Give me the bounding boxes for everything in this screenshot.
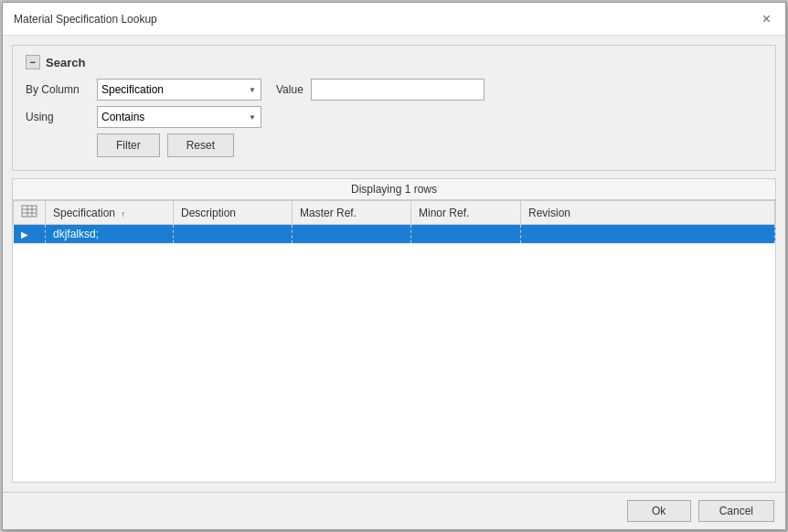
cell-master-ref bbox=[293, 225, 411, 244]
cell-description bbox=[174, 225, 293, 244]
dialog-title: Material Specification Lookup bbox=[14, 13, 157, 26]
table-header: Specification ↑ Description Master Ref. … bbox=[14, 201, 775, 225]
using-label: Using bbox=[26, 111, 90, 123]
results-info: Displaying 1 rows bbox=[13, 179, 775, 200]
by-column-select-wrapper: Specification Description Master Ref. Mi… bbox=[97, 79, 261, 101]
section-title: Search bbox=[46, 56, 85, 69]
row-arrow-cell: ▶ bbox=[14, 225, 46, 244]
dialog-body: − Search By Column Specification Descrip… bbox=[3, 36, 785, 492]
cancel-button[interactable]: Cancel bbox=[698, 500, 774, 522]
table-body: ▶ dkjfalksd; bbox=[14, 225, 775, 244]
filter-button[interactable]: Filter bbox=[97, 133, 160, 157]
col-header-revision[interactable]: Revision bbox=[521, 201, 775, 225]
col-header-master-ref[interactable]: Master Ref. bbox=[293, 201, 411, 225]
row-arrow-icon: ▶ bbox=[21, 229, 28, 239]
collapse-button[interactable]: − bbox=[26, 55, 40, 69]
col-header-description[interactable]: Description bbox=[174, 201, 293, 225]
dialog: Material Specification Lookup × − Search… bbox=[2, 2, 786, 530]
results-section: Displaying 1 rows bbox=[12, 178, 776, 483]
using-select-wrapper: Contains Starts With Equals bbox=[97, 106, 261, 128]
table-container[interactable]: Specification ↑ Description Master Ref. … bbox=[13, 200, 775, 482]
filter-row: Filter Reset bbox=[97, 133, 762, 157]
results-table: Specification ↑ Description Master Ref. … bbox=[13, 200, 775, 244]
by-column-row: By Column Specification Description Mast… bbox=[26, 79, 762, 101]
title-bar: Material Specification Lookup × bbox=[3, 3, 785, 36]
dialog-footer: Ok Cancel bbox=[3, 492, 785, 529]
close-button[interactable]: × bbox=[759, 12, 774, 27]
search-section: − Search By Column Specification Descrip… bbox=[12, 45, 776, 171]
col-header-icon bbox=[14, 201, 46, 225]
by-column-select[interactable]: Specification Description Master Ref. Mi… bbox=[97, 79, 261, 101]
table-row[interactable]: ▶ dkjfalksd; bbox=[14, 225, 775, 244]
cell-revision bbox=[521, 225, 775, 244]
grid-icon bbox=[21, 205, 37, 218]
col-header-specification[interactable]: Specification ↑ bbox=[46, 201, 174, 225]
value-label: Value bbox=[276, 83, 303, 96]
sort-arrow-icon: ↑ bbox=[121, 209, 125, 218]
value-input[interactable] bbox=[311, 79, 485, 101]
reset-button[interactable]: Reset bbox=[167, 133, 234, 157]
using-row: Using Contains Starts With Equals bbox=[26, 106, 762, 128]
col-header-minor-ref[interactable]: Minor Ref. bbox=[411, 201, 521, 225]
cell-specification: dkjfalksd; bbox=[46, 225, 174, 244]
ok-button[interactable]: Ok bbox=[627, 500, 691, 522]
by-column-label: By Column bbox=[26, 83, 90, 96]
cell-minor-ref bbox=[411, 225, 521, 244]
using-select[interactable]: Contains Starts With Equals bbox=[97, 106, 261, 128]
svg-rect-0 bbox=[22, 206, 37, 217]
section-header: − Search bbox=[26, 55, 762, 69]
